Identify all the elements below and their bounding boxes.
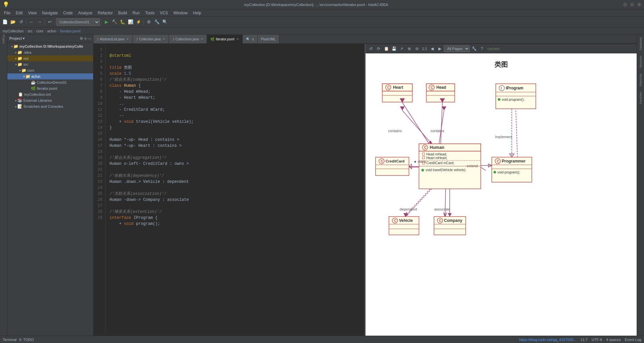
tree-acfun[interactable]: ▾ 📁 acfun [7,73,93,79]
menu-edit[interactable]: Edit [13,10,25,16]
svg-text:CreditCard: CreditCard [386,159,405,163]
search-button[interactable]: 🔍 [161,18,169,26]
tree-external-libraries[interactable]: ▸ 📚 External Libraries [7,97,93,103]
menu-run[interactable]: Run [130,10,143,16]
diagram-export-button[interactable]: ↗ [398,45,405,52]
tree-com[interactable]: ▾ 📁 com [7,67,93,73]
tab-Collections[interactable]: J Collections.java ✕ [169,35,207,43]
diagram-zoom-in-button[interactable]: ⊕ [406,45,413,52]
line-numbers: 1234567891011121314151617181920212223242… [93,44,105,336]
diagram-zoom-out-button[interactable]: ⊖ [414,45,420,52]
maximize-button[interactable]: □ [630,2,634,7]
tree-iml[interactable]: ▸ 📋 myCollection.iml [7,91,93,97]
tree-src[interactable]: ▾ 📁 src [7,61,93,67]
undo-button[interactable]: ↩ [46,18,53,26]
menu-window[interactable]: Window [171,10,190,16]
run-config-dropdown[interactable]: CollectionDemo01 [56,18,100,26]
diagram-next-button[interactable]: ▶ [436,45,443,52]
menu-build[interactable]: Build [116,10,130,16]
refresh-button[interactable]: ↺ [17,18,25,26]
menu-refactor[interactable]: Refactor [95,10,116,16]
toolbar-separator-1 [26,19,26,25]
diagram-canvas[interactable]: 类图 [366,53,637,336]
database-stripe-button[interactable]: Database [638,36,643,52]
tree-IteratorPuml[interactable]: ▸ 🌿 Iterator.puml [7,85,93,91]
open-button[interactable]: 📂 [9,18,17,26]
tab-Collection[interactable]: J Collection.java ✕ [133,35,169,43]
terminal-button[interactable]: Terminal [3,338,17,342]
plantuml-stripe-button[interactable]: PlantUML [638,72,643,88]
svg-text:Programmer: Programmer [502,159,526,163]
tab-Iterator-puml[interactable]: 🌿 Iterator.puml ✕ [207,35,243,43]
diagram-prev-button[interactable]: ◀ [429,45,435,52]
svg-text:C: C [394,219,397,223]
breadcrumb-com[interactable]: com [36,29,43,33]
breadcrumb-src[interactable]: src [28,29,33,33]
minimize-button[interactable]: — [623,2,627,7]
close-AbstractList-button[interactable]: ✕ [126,37,129,41]
code-editor[interactable]: @startuml title 类图 scale 1.5 /'组合关系(comp… [105,44,365,336]
diagram-help-button[interactable]: ? [478,45,485,52]
breadcrumb-myCollection[interactable]: myCollection [3,29,24,33]
project-settings-icon[interactable]: ⚙ ≡ — [80,36,91,41]
structure-stripe-button[interactable]: Structure [638,54,643,69]
close-button[interactable]: ✕ [637,2,641,7]
csdn-url[interactable]: https://blog.csdn.net/qq_4157550... [519,338,577,342]
indent-label[interactable]: 4 spaces [606,338,621,342]
run-button[interactable]: ▶ [103,18,110,26]
menu-view[interactable]: View [25,10,39,16]
close-Collection-button[interactable]: ✕ [163,37,165,41]
breadcrumb-acfun[interactable]: acfun [47,29,56,33]
diagram-copy-button[interactable]: 📋 [383,45,390,52]
build-button[interactable]: 🔨 [111,18,118,26]
debug-button[interactable]: 🐛 [119,18,126,26]
project-toggle[interactable]: Project [1,36,7,42]
breadcrumb-sep-3: › [45,29,46,33]
todo-button[interactable]: 6: TODO [19,338,34,342]
svg-marker-94 [448,213,452,217]
diagram-save-button[interactable]: 💾 [391,45,397,52]
svg-text:Head mHead;: Head mHead; [426,152,447,156]
iml-file-icon: 📋 [18,92,23,97]
svg-point-31 [498,98,500,101]
tab-AbstractList[interactable]: J AbstractList.java ✕ [93,35,133,43]
back-button[interactable]: ← [28,18,35,26]
new-file-button[interactable]: 📄 [1,18,9,26]
diagram-area: ↺ ⟳ 📋 💾 ↗ ⊕ ⊖ 1:1 ◀ ▶ All Pages 🔧 ? cach… [365,44,637,336]
uml-diagram-svg: C Heart C Head [372,77,576,254]
tree-CollectionDemo01[interactable]: ▸ ☕ CollectionDemo01 [7,79,93,85]
forward-button[interactable]: → [36,18,43,26]
tree-out[interactable]: ▸ 📁 out [7,55,93,61]
menu-vcs[interactable]: VCS [157,10,171,16]
event-log-button[interactable]: Event Log [625,338,641,342]
breadcrumb-file[interactable]: Iterator.puml [60,29,80,33]
tab-PlantUML[interactable]: PlantUML [258,35,279,43]
favorites-stripe-button[interactable]: Favorites [638,90,643,105]
tree-idea[interactable]: ▸ 📁 .idea [7,49,93,55]
menu-file[interactable]: File [1,10,13,16]
cursor-position: 11:7 [581,338,588,342]
diagram-refresh-all-button[interactable]: ⟳ [375,45,382,52]
tree-myCollection[interactable]: ▾ 📁 myCollection D:\Workspace\myColle [7,43,93,49]
menu-navigate[interactable]: Navigate [39,10,60,16]
vcs-button[interactable]: ⚙ [145,18,153,26]
diagram-refresh-button[interactable]: ↺ [368,45,374,52]
menu-help[interactable]: Help [190,10,204,16]
encoding-label[interactable]: UTF-8 [592,338,602,342]
toolbar-separator-4 [101,19,101,25]
svg-line-90 [406,189,432,217]
window-controls[interactable]: — □ ✕ [623,2,641,7]
close-Collections-button[interactable]: ✕ [201,37,203,41]
menu-analyze[interactable]: Analyze [75,10,95,16]
diagram-settings-button[interactable]: 🔧 [471,45,477,52]
close-Iterator-button[interactable]: ✕ [236,37,239,41]
tab-dot-s[interactable]: 🔍 ·s [243,35,258,43]
menu-tools[interactable]: Tools [143,10,157,16]
diagram-page-select[interactable]: All Pages [444,45,470,52]
settings-button[interactable]: 🔧 [153,18,161,26]
menu-code[interactable]: Code [60,10,75,16]
tree-scratches[interactable]: ▸ 📝 Scratches and Consoles [7,103,93,109]
com-folder-icon: 📁 [21,68,26,73]
profile-button[interactable]: ⚡ [135,18,142,26]
coverage-button[interactable]: 📊 [127,18,134,26]
